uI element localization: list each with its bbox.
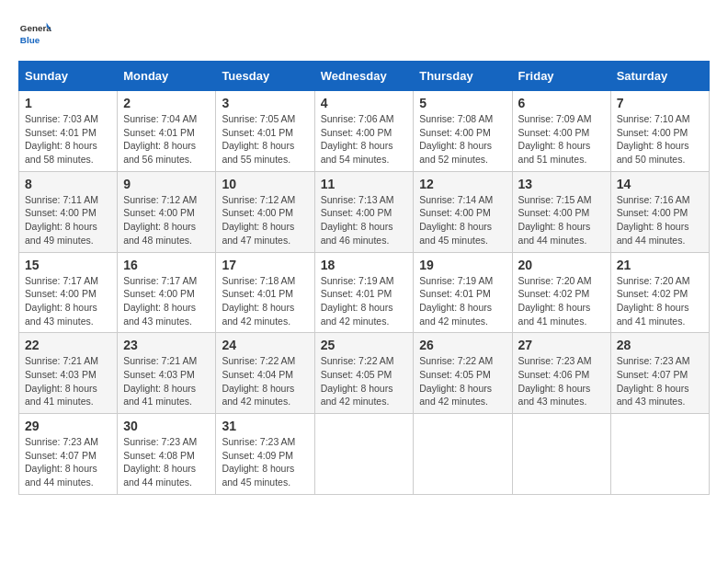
- day-detail: Sunrise: 7:17 AMSunset: 4:00 PMDaylight:…: [123, 274, 210, 328]
- weekday-header-thursday: Thursday: [414, 62, 512, 91]
- day-detail: Sunrise: 7:20 AMSunset: 4:02 PMDaylight:…: [518, 274, 605, 328]
- logo: General Blue: [18, 18, 55, 52]
- calendar-cell: 31Sunrise: 7:23 AMSunset: 4:09 PMDayligh…: [216, 414, 314, 495]
- day-detail: Sunrise: 7:19 AMSunset: 4:01 PMDaylight:…: [419, 274, 506, 328]
- calendar-cell: [610, 414, 709, 495]
- day-detail: Sunrise: 7:13 AMSunset: 4:00 PMDaylight:…: [321, 193, 408, 247]
- calendar-cell: 27Sunrise: 7:23 AMSunset: 4:06 PMDayligh…: [512, 333, 610, 414]
- calendar-cell: 17Sunrise: 7:18 AMSunset: 4:01 PMDayligh…: [216, 252, 314, 333]
- calendar-cell: 13Sunrise: 7:15 AMSunset: 4:00 PMDayligh…: [512, 171, 610, 252]
- calendar-cell: 3Sunrise: 7:05 AMSunset: 4:01 PMDaylight…: [216, 91, 314, 172]
- day-number: 29: [25, 419, 111, 433]
- calendar-cell: 10Sunrise: 7:12 AMSunset: 4:00 PMDayligh…: [216, 171, 314, 252]
- day-detail: Sunrise: 7:12 AMSunset: 4:00 PMDaylight:…: [222, 193, 308, 247]
- calendar-cell: [414, 414, 512, 495]
- day-number: 26: [419, 338, 506, 352]
- day-number: 15: [25, 258, 111, 272]
- calendar-cell: 16Sunrise: 7:17 AMSunset: 4:00 PMDayligh…: [118, 252, 216, 333]
- calendar-cell: 26Sunrise: 7:22 AMSunset: 4:05 PMDayligh…: [414, 333, 512, 414]
- day-detail: Sunrise: 7:03 AMSunset: 4:01 PMDaylight:…: [25, 112, 111, 167]
- calendar-cell: 9Sunrise: 7:12 AMSunset: 4:00 PMDaylight…: [118, 171, 216, 252]
- calendar-cell: 21Sunrise: 7:20 AMSunset: 4:02 PMDayligh…: [610, 252, 709, 333]
- day-detail: Sunrise: 7:23 AMSunset: 4:08 PMDaylight:…: [123, 435, 210, 489]
- day-number: 22: [25, 338, 111, 352]
- calendar-cell: 19Sunrise: 7:19 AMSunset: 4:01 PMDayligh…: [414, 252, 512, 333]
- weekday-header-row: SundayMondayTuesdayWednesdayThursdayFrid…: [19, 62, 710, 91]
- day-number: 27: [518, 338, 605, 352]
- page-header: General Blue: [18, 18, 710, 52]
- day-number: 23: [123, 338, 210, 352]
- day-number: 17: [222, 258, 308, 272]
- day-detail: Sunrise: 7:05 AMSunset: 4:01 PMDaylight:…: [222, 112, 308, 167]
- calendar-cell: 25Sunrise: 7:22 AMSunset: 4:05 PMDayligh…: [314, 333, 414, 414]
- calendar-cell: 2Sunrise: 7:04 AMSunset: 4:01 PMDaylight…: [118, 91, 216, 172]
- calendar-cell: 18Sunrise: 7:19 AMSunset: 4:01 PMDayligh…: [314, 252, 414, 333]
- calendar-week-2: 8Sunrise: 7:11 AMSunset: 4:00 PMDaylight…: [19, 171, 710, 252]
- day-detail: Sunrise: 7:23 AMSunset: 4:09 PMDaylight:…: [222, 435, 308, 489]
- day-number: 20: [518, 258, 605, 272]
- day-number: 8: [25, 177, 111, 191]
- day-number: 19: [419, 258, 506, 272]
- calendar-cell: 30Sunrise: 7:23 AMSunset: 4:08 PMDayligh…: [118, 414, 216, 495]
- day-detail: Sunrise: 7:22 AMSunset: 4:05 PMDaylight:…: [419, 354, 506, 408]
- calendar-cell: 8Sunrise: 7:11 AMSunset: 4:00 PMDaylight…: [19, 171, 118, 252]
- calendar-cell: 7Sunrise: 7:10 AMSunset: 4:00 PMDaylight…: [610, 91, 709, 172]
- weekday-header-friday: Friday: [512, 62, 610, 91]
- calendar-body: 1Sunrise: 7:03 AMSunset: 4:01 PMDaylight…: [19, 91, 710, 495]
- calendar-cell: 4Sunrise: 7:06 AMSunset: 4:00 PMDaylight…: [314, 91, 414, 172]
- day-number: 18: [321, 258, 408, 272]
- day-detail: Sunrise: 7:10 AMSunset: 4:00 PMDaylight:…: [617, 112, 703, 167]
- calendar-cell: 14Sunrise: 7:16 AMSunset: 4:00 PMDayligh…: [610, 171, 709, 252]
- weekday-header-saturday: Saturday: [610, 62, 709, 91]
- day-detail: Sunrise: 7:18 AMSunset: 4:01 PMDaylight:…: [222, 274, 308, 328]
- svg-text:Blue: Blue: [20, 35, 40, 45]
- calendar-cell: 6Sunrise: 7:09 AMSunset: 4:00 PMDaylight…: [512, 91, 610, 172]
- calendar-week-4: 22Sunrise: 7:21 AMSunset: 4:03 PMDayligh…: [19, 333, 710, 414]
- day-number: 25: [321, 338, 408, 352]
- day-detail: Sunrise: 7:19 AMSunset: 4:01 PMDaylight:…: [321, 274, 408, 328]
- day-detail: Sunrise: 7:17 AMSunset: 4:00 PMDaylight:…: [25, 274, 111, 328]
- logo-icon: General Blue: [18, 18, 51, 52]
- day-number: 2: [123, 96, 210, 110]
- calendar-cell: 20Sunrise: 7:20 AMSunset: 4:02 PMDayligh…: [512, 252, 610, 333]
- day-number: 7: [617, 96, 703, 110]
- calendar-cell: 23Sunrise: 7:21 AMSunset: 4:03 PMDayligh…: [118, 333, 216, 414]
- day-number: 13: [518, 177, 605, 191]
- calendar-week-1: 1Sunrise: 7:03 AMSunset: 4:01 PMDaylight…: [19, 91, 710, 172]
- calendar-week-3: 15Sunrise: 7:17 AMSunset: 4:00 PMDayligh…: [19, 252, 710, 333]
- day-detail: Sunrise: 7:11 AMSunset: 4:00 PMDaylight:…: [25, 193, 111, 247]
- day-detail: Sunrise: 7:14 AMSunset: 4:00 PMDaylight:…: [419, 193, 506, 247]
- day-detail: Sunrise: 7:21 AMSunset: 4:03 PMDaylight:…: [123, 354, 210, 408]
- calendar-cell: 22Sunrise: 7:21 AMSunset: 4:03 PMDayligh…: [19, 333, 118, 414]
- calendar-cell: 29Sunrise: 7:23 AMSunset: 4:07 PMDayligh…: [19, 414, 118, 495]
- day-detail: Sunrise: 7:23 AMSunset: 4:07 PMDaylight:…: [25, 435, 111, 489]
- calendar-cell: 1Sunrise: 7:03 AMSunset: 4:01 PMDaylight…: [19, 91, 118, 172]
- day-number: 5: [419, 96, 506, 110]
- calendar-cell: [314, 414, 414, 495]
- day-number: 30: [123, 419, 210, 433]
- calendar-cell: 15Sunrise: 7:17 AMSunset: 4:00 PMDayligh…: [19, 252, 118, 333]
- weekday-header-tuesday: Tuesday: [216, 62, 314, 91]
- day-number: 24: [222, 338, 308, 352]
- day-number: 28: [617, 338, 703, 352]
- weekday-header-sunday: Sunday: [19, 62, 118, 91]
- day-number: 11: [321, 177, 408, 191]
- day-number: 1: [25, 96, 111, 110]
- day-number: 3: [222, 96, 308, 110]
- day-number: 31: [222, 419, 308, 433]
- calendar-cell: 24Sunrise: 7:22 AMSunset: 4:04 PMDayligh…: [216, 333, 314, 414]
- weekday-header-monday: Monday: [118, 62, 216, 91]
- day-detail: Sunrise: 7:21 AMSunset: 4:03 PMDaylight:…: [25, 354, 111, 408]
- day-detail: Sunrise: 7:20 AMSunset: 4:02 PMDaylight:…: [617, 274, 703, 328]
- calendar-cell: 12Sunrise: 7:14 AMSunset: 4:00 PMDayligh…: [414, 171, 512, 252]
- day-number: 14: [617, 177, 703, 191]
- calendar-cell: 5Sunrise: 7:08 AMSunset: 4:00 PMDaylight…: [414, 91, 512, 172]
- day-detail: Sunrise: 7:23 AMSunset: 4:07 PMDaylight:…: [617, 354, 703, 408]
- day-detail: Sunrise: 7:16 AMSunset: 4:00 PMDaylight:…: [617, 193, 703, 247]
- day-detail: Sunrise: 7:06 AMSunset: 4:00 PMDaylight:…: [321, 112, 408, 167]
- day-detail: Sunrise: 7:22 AMSunset: 4:05 PMDaylight:…: [321, 354, 408, 408]
- calendar-table: SundayMondayTuesdayWednesdayThursdayFrid…: [18, 61, 710, 495]
- day-number: 6: [518, 96, 605, 110]
- day-number: 9: [123, 177, 210, 191]
- calendar-cell: 11Sunrise: 7:13 AMSunset: 4:00 PMDayligh…: [314, 171, 414, 252]
